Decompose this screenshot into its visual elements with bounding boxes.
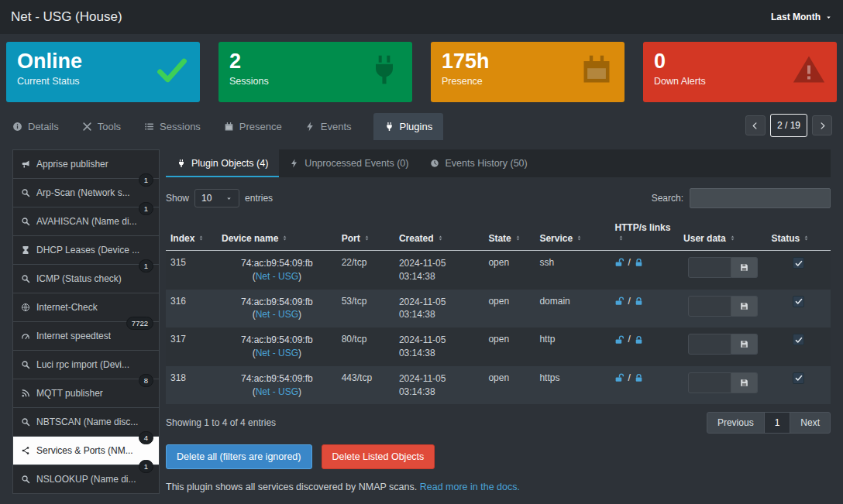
sidebar-item-icmp[interactable]: ICMP (Status check)1	[12, 264, 160, 293]
tab-details[interactable]: Details	[11, 113, 60, 140]
status-checkbox[interactable]	[793, 257, 804, 269]
device-link[interactable]: Net - USG	[256, 271, 298, 282]
tab-events[interactable]: Events	[304, 113, 353, 140]
page-size-select[interactable]: 10	[194, 189, 239, 207]
https-link-icon[interactable]	[634, 258, 644, 268]
https-link-icon[interactable]	[634, 373, 644, 383]
user-data-cell	[679, 251, 766, 290]
sidebar-item-apprise-publisher[interactable]: Apprise publisher	[12, 149, 160, 179]
sort-icon	[576, 235, 583, 242]
search-input[interactable]	[690, 188, 831, 208]
http-links-cell: /	[610, 366, 679, 405]
http-links-cell: /	[610, 290, 679, 328]
sidebar-item-dhcp-leases[interactable]: DHCP Leases (Device ...	[12, 235, 160, 265]
status-checkbox[interactable]	[793, 296, 804, 307]
sort-icon	[803, 235, 810, 242]
created-cell: 2024-11-0503:14:38	[394, 327, 484, 366]
save-user-data-button[interactable]	[731, 257, 758, 278]
device-link[interactable]: Net - USG	[256, 386, 298, 397]
pager-next-button[interactable]	[812, 115, 832, 135]
device-link-wrap: (Net - USG)	[222, 347, 332, 360]
user-data-input[interactable]	[688, 372, 731, 393]
column-header-http-s-links[interactable]: HTTP/s links	[610, 218, 679, 251]
http-link-icon[interactable]	[614, 373, 625, 383]
created-cell: 2024-11-0503:14:38	[394, 251, 484, 290]
floppy-icon	[739, 301, 749, 311]
save-user-data-button[interactable]	[731, 296, 758, 317]
sidebar-item-avahiscan[interactable]: AVAHISCAN (Name di...1	[12, 207, 160, 236]
save-user-data-button[interactable]	[731, 334, 758, 355]
user-data-input[interactable]	[688, 296, 731, 317]
sidebar-item-services-ports[interactable]: Services & Ports (NM...4	[12, 436, 160, 465]
user-data-cell	[679, 366, 766, 405]
column-header-user-data[interactable]: User data	[679, 218, 766, 251]
user-data-input[interactable]	[688, 334, 731, 355]
count-badge: 1	[139, 460, 153, 473]
delete-all-button[interactable]: Delete all (filters are ignored)	[166, 444, 312, 469]
plugin-label: DHCP Leases (Device ...	[36, 245, 139, 255]
column-header-state[interactable]: State	[483, 218, 535, 251]
status-checkbox[interactable]	[793, 372, 804, 384]
tab-plugins[interactable]: Plugins	[373, 113, 444, 140]
plugin-label: ICMP (Status check)	[36, 273, 122, 284]
https-link-icon[interactable]	[634, 335, 644, 345]
table-row: 31574:ac:b9:54:09:fb(Net - USG)22/tcp202…	[166, 251, 831, 290]
plugin-tab-unprocessed-events[interactable]: Unprocessed Events (0)	[279, 149, 419, 177]
status-checkbox[interactable]	[793, 334, 804, 345]
https-link-icon[interactable]	[634, 297, 644, 307]
user-data-input[interactable]	[688, 257, 731, 278]
plugin-tab-events-history[interactable]: Events History (50)	[419, 149, 538, 177]
column-header-port[interactable]: Port	[337, 218, 394, 251]
tab-label: Events	[321, 121, 352, 132]
count-badge: 4	[139, 431, 153, 444]
sidebar-item-mqtt-publisher[interactable]: MQTT publisher8	[12, 379, 160, 408]
sidebar-item-nslookup[interactable]: NSLOOKUP (Name di...1	[12, 465, 160, 494]
state-cell: open	[483, 290, 535, 328]
device-link[interactable]: Net - USG	[256, 309, 298, 320]
tab-presence[interactable]: Presence	[222, 113, 284, 140]
docs-link[interactable]: Read more in the docs.	[420, 482, 520, 492]
created-time: 03:14:38	[399, 347, 480, 360]
globe-icon	[21, 303, 30, 312]
sidebar-item-internet-speedtest[interactable]: Internet speedtest7722	[12, 321, 160, 351]
device-link-wrap: (Net - USG)	[222, 270, 332, 283]
page-1-button[interactable]: 1	[764, 412, 791, 434]
info-icon	[12, 122, 22, 132]
device-cell: 74:ac:b9:54:09:fb(Net - USG)	[217, 251, 337, 290]
created-time: 03:14:38	[399, 308, 480, 321]
column-header-device-name[interactable]: Device name	[217, 218, 337, 251]
plugin-label: AVAHISCAN (Name di...	[36, 216, 137, 227]
sidebar-item-nbtscan[interactable]: NBTSCAN (Name disc...	[12, 407, 160, 437]
plug-icon	[177, 159, 186, 168]
tab-tools[interactable]: Tools	[81, 113, 122, 140]
http-link-icon[interactable]	[614, 335, 625, 345]
next-page-button[interactable]: Next	[790, 412, 831, 434]
column-header-service[interactable]: Service	[535, 218, 610, 251]
page-size-group: Show 10 entries	[166, 189, 273, 207]
sort-icon	[514, 235, 521, 242]
sidebar-item-luci-rpc-import[interactable]: Luci rpc import (Devi...	[12, 350, 160, 379]
pager-prev-button[interactable]	[745, 115, 766, 135]
device-link[interactable]: Net - USG	[256, 348, 298, 358]
column-header-index[interactable]: Index	[166, 218, 217, 251]
created-date: 2024-11-05	[399, 296, 480, 309]
tab-sessions[interactable]: Sessions	[143, 113, 202, 140]
previous-page-button[interactable]: Previous	[707, 412, 765, 434]
save-user-data-button[interactable]	[731, 372, 758, 393]
table-controls: Show 10 entries Search:	[166, 188, 831, 208]
app-root: Net - USG (House) Last Month OnlineCurre…	[0, 0, 843, 494]
action-buttons: Delete all (filters are ignored) Delete …	[166, 444, 831, 469]
sidebar-item-arp-scan[interactable]: Arp-Scan (Network s...1	[12, 178, 160, 207]
http-link-icon[interactable]	[614, 258, 625, 268]
delete-listed-button[interactable]: Delete Listed Objects	[322, 444, 435, 469]
period-label: Last Month	[771, 12, 821, 22]
column-header-status[interactable]: Status	[767, 218, 831, 251]
plugin-tab-plugin-objects[interactable]: Plugin Objects (4)	[166, 149, 279, 177]
period-selector[interactable]: Last Month	[771, 12, 832, 22]
column-header-created[interactable]: Created	[394, 218, 484, 251]
plugin-objects-table: IndexDevice namePortCreatedStateServiceH…	[166, 218, 831, 404]
plugin-note: This plugin shows all services discovere…	[166, 482, 831, 492]
tab-label: Tools	[98, 121, 121, 132]
http-link-icon[interactable]	[614, 297, 625, 307]
calendar-icon	[580, 53, 614, 87]
